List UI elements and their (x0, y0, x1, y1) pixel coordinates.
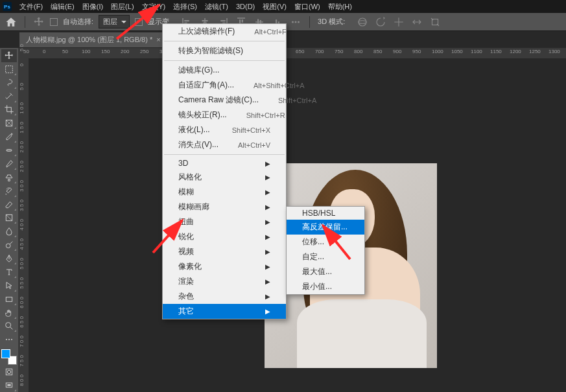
quick-mask-toggle[interactable] (1, 365, 17, 378)
lasso-tool[interactable] (1, 76, 17, 89)
svg-point-38 (7, 370, 10, 373)
3d-orbit-icon[interactable] (357, 16, 368, 28)
magic-wand-tool[interactable] (1, 90, 17, 103)
menu-blur-submenu[interactable]: 模糊▶ (163, 185, 286, 200)
menu-liquify[interactable]: 液化(L)...Shift+Ctrl+X (163, 122, 286, 137)
3d-slide-icon[interactable] (411, 16, 423, 28)
menu-offset[interactable]: 位移... (287, 235, 364, 249)
auto-select-label: 自动选择: (63, 17, 93, 27)
menu-last-filter[interactable]: 上次滤镜操作(F)Alt+Ctrl+F (163, 24, 286, 39)
svg-rect-11 (242, 19, 243, 23)
menu-pixelate-submenu[interactable]: 像素化▶ (163, 259, 286, 274)
3d-scale-icon[interactable] (429, 16, 441, 28)
menu-maximum[interactable]: 最大值... (287, 264, 364, 279)
svg-point-27 (7, 150, 8, 150)
menu-select[interactable]: 选择(S) (169, 1, 201, 13)
zoom-tool[interactable] (1, 320, 17, 333)
clone-stamp-tool[interactable] (1, 171, 17, 184)
auto-select-dropdown[interactable]: 图层 (99, 15, 130, 29)
canvas[interactable]: 上次滤镜操作(F)Alt+Ctrl+F 转换为智能滤镜(S) 滤镜库(G)...… (29, 58, 566, 392)
pen-tool[interactable] (1, 252, 17, 265)
svg-rect-4 (202, 20, 208, 21)
menu-distort-submenu[interactable]: 扭曲▶ (163, 214, 286, 229)
menu-vanishing-point[interactable]: 消失点(V)...Alt+Ctrl+V (163, 137, 286, 152)
show-transform-checkbox[interactable] (135, 18, 143, 26)
move-tool[interactable] (1, 49, 17, 62)
menu-stylize-submenu[interactable]: 风格化▶ (163, 170, 286, 185)
home-icon[interactable] (5, 16, 17, 28)
3d-pan-icon[interactable] (393, 16, 405, 28)
brush-tool[interactable] (1, 157, 17, 170)
rectangle-tool[interactable] (1, 293, 17, 306)
menu-custom[interactable]: 自定... (287, 249, 364, 264)
hand-tool[interactable] (1, 306, 17, 319)
svg-point-36 (11, 339, 12, 340)
path-selection-tool[interactable] (1, 279, 17, 292)
menu-filter-gallery[interactable]: 滤镜库(G)... (163, 63, 286, 78)
crop-tool[interactable] (1, 104, 17, 117)
color-swatches[interactable] (1, 349, 17, 365)
menu-image[interactable]: 图像(I) (78, 1, 107, 13)
menu-lens-correction[interactable]: 镜头校正(R)...Shift+Ctrl+R (163, 108, 286, 122)
ps-logo-icon: Ps (3, 2, 12, 11)
menu-3d[interactable]: 3D(D) (232, 1, 259, 12)
menu-video-submenu[interactable]: 视频▶ (163, 244, 286, 259)
eraser-tool[interactable] (1, 198, 17, 211)
gradient-tool[interactable] (1, 212, 17, 225)
screen-mode-toggle[interactable] (1, 379, 17, 392)
menu-sharpen-submenu[interactable]: 锐化▶ (163, 229, 286, 244)
svg-rect-32 (6, 297, 12, 301)
svg-rect-37 (6, 369, 12, 375)
menu-edit[interactable]: 编辑(E) (47, 1, 78, 13)
blur-tool[interactable] (1, 225, 17, 238)
menu-minimum[interactable]: 最小值... (287, 279, 364, 294)
document-tab[interactable]: 人物模糊.jpg @ 100% (图层 1, RGB/8) * × (19, 32, 167, 47)
edit-toolbar[interactable] (1, 333, 17, 346)
svg-point-21 (359, 18, 366, 26)
svg-point-34 (6, 339, 7, 340)
svg-point-20 (298, 21, 300, 23)
close-icon[interactable]: × (156, 36, 160, 43)
svg-point-35 (8, 339, 10, 340)
menu-filter[interactable]: 滤镜(T) (201, 1, 232, 13)
frame-tool[interactable] (1, 117, 17, 130)
history-brush-tool[interactable] (1, 185, 17, 198)
svg-rect-40 (7, 384, 10, 386)
3d-roll-icon[interactable] (375, 16, 386, 28)
tool-palette (0, 48, 18, 392)
healing-brush-tool[interactable] (1, 144, 17, 157)
foreground-color-swatch[interactable] (1, 349, 10, 358)
other-submenu: HSB/HSL 高反差保留... 位移... 自定... 最大值... 最小值.… (286, 206, 365, 295)
menu-camera-raw-filter[interactable]: Camera Raw 滤镜(C)...Shift+Ctrl+A (163, 93, 286, 108)
type-tool[interactable] (1, 266, 17, 279)
menu-high-pass[interactable]: 高反差保留... (287, 220, 364, 235)
svg-point-28 (8, 150, 9, 150)
menu-file[interactable]: 文件(F) (16, 1, 47, 13)
menu-hsb-hsl[interactable]: HSB/HSL (287, 207, 364, 220)
menu-blur-gallery-submenu[interactable]: 模糊画廊▶ (163, 200, 286, 214)
eyedropper-tool[interactable] (1, 130, 17, 143)
menu-view[interactable]: 视图(V) (259, 1, 290, 13)
marquee-tool[interactable] (1, 63, 17, 76)
menu-type[interactable]: 文字(Y) (138, 1, 170, 13)
svg-rect-12 (255, 21, 263, 23)
menu-3d-submenu[interactable]: 3D▶ (163, 157, 286, 170)
dodge-tool[interactable] (1, 238, 17, 251)
menu-noise-submenu[interactable]: 杂色▶ (163, 289, 286, 304)
svg-point-18 (292, 21, 294, 23)
3d-mode-label: 3D 模式: (318, 17, 345, 27)
menu-help[interactable]: 帮助(H) (324, 1, 356, 13)
menu-adaptive-wide-angle[interactable]: 自适应广角(A)...Alt+Shift+Ctrl+A (163, 78, 286, 93)
svg-rect-24 (6, 65, 13, 73)
menu-convert-smart-filter[interactable]: 转换为智能滤镜(S) (163, 43, 286, 58)
svg-rect-9 (237, 17, 245, 19)
menu-layer[interactable]: 图层(L) (107, 1, 137, 13)
menu-window[interactable]: 窗口(W) (290, 1, 324, 13)
title-bar: Ps 文件(F) 编辑(E) 图像(I) 图层(L) 文字(Y) 选择(S) 滤… (0, 0, 566, 13)
tab-title: 人物模糊.jpg @ 100% (图层 1, RGB/8) * (26, 35, 152, 45)
more-icon[interactable] (290, 16, 301, 28)
menu-other-submenu[interactable]: 其它▶ (163, 304, 286, 319)
menu-render-submenu[interactable]: 渲染▶ (163, 274, 286, 289)
svg-point-29 (10, 150, 11, 150)
auto-select-checkbox[interactable] (50, 18, 58, 26)
